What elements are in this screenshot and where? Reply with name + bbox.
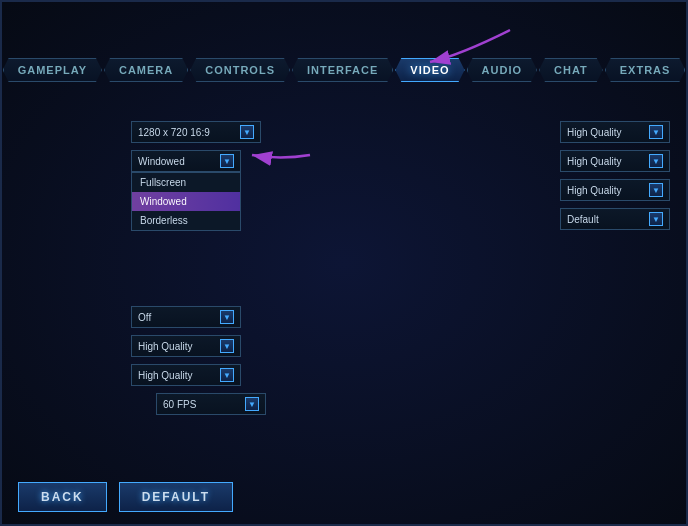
tab-audio[interactable]: AUDIO: [467, 58, 537, 82]
anti-aliasing-value: Off: [138, 312, 151, 323]
render-quality-value: High Quality: [138, 341, 192, 352]
dropdown-item-windowed[interactable]: Windowed: [132, 192, 240, 211]
render-quality-select[interactable]: High Quality ▼: [131, 335, 241, 357]
tab-interface[interactable]: INTERFACE: [292, 58, 393, 82]
resolution-select[interactable]: 1280 x 720 16:9 ▼: [131, 121, 261, 143]
particle-detail-value: High Quality: [567, 185, 621, 196]
world-detail-select[interactable]: High Quality ▼: [560, 150, 670, 172]
display-mode-dropdown-arrow[interactable]: ▼: [220, 154, 234, 168]
fps-select[interactable]: 60 FPS ▼: [156, 393, 266, 415]
tab-video[interactable]: VIDEO: [395, 58, 464, 82]
default-button[interactable]: DEFAULT: [119, 482, 233, 512]
tab-gameplay[interactable]: GAMEPLAY: [3, 58, 102, 82]
dropdown-item-borderless[interactable]: Borderless: [132, 211, 240, 230]
anti-aliasing-arrow[interactable]: ▼: [220, 310, 234, 324]
display-mode-dropdown: Fullscreen Windowed Borderless: [131, 172, 241, 231]
particle-detail-select[interactable]: High Quality ▼: [560, 179, 670, 201]
bottom-bar: BACK DEFAULT: [18, 482, 233, 512]
render-detail-select[interactable]: High Quality ▼: [131, 364, 241, 386]
fps-arrow[interactable]: ▼: [245, 397, 259, 411]
resolution-value: 1280 x 720 16:9: [138, 127, 210, 138]
tab-chat[interactable]: CHAT: [539, 58, 603, 82]
tab-controls[interactable]: CONTROLS: [190, 58, 290, 82]
anti-aliasing-select[interactable]: Off ▼: [131, 306, 241, 328]
texture-detail-value: High Quality: [567, 127, 621, 138]
render-quality-arrow[interactable]: ▼: [220, 339, 234, 353]
effect-intensity-arrow[interactable]: ▼: [649, 212, 663, 226]
particle-detail-arrow[interactable]: ▼: [649, 183, 663, 197]
tab-extras[interactable]: EXTRAS: [605, 58, 686, 82]
display-mode-select[interactable]: Windowed ▼: [131, 150, 241, 172]
texture-detail-arrow[interactable]: ▼: [649, 125, 663, 139]
render-detail-arrow[interactable]: ▼: [220, 368, 234, 382]
display-mode-value: Windowed: [138, 156, 185, 167]
display-mode-wrapper: Windowed ▼ Fullscreen Windowed Borderles…: [131, 150, 241, 172]
tab-camera[interactable]: CAMERA: [104, 58, 188, 82]
world-detail-arrow[interactable]: ▼: [649, 154, 663, 168]
effect-intensity-select[interactable]: Default ▼: [560, 208, 670, 230]
effect-intensity-value: Default: [567, 214, 599, 225]
texture-detail-select[interactable]: High Quality ▼: [560, 121, 670, 143]
tabs-bar: GAMEPLAY CAMERA CONTROLS INTERFACE VIDEO…: [0, 58, 688, 90]
back-button[interactable]: BACK: [18, 482, 107, 512]
dropdown-item-fullscreen[interactable]: Fullscreen: [132, 173, 240, 192]
render-detail-value: High Quality: [138, 370, 192, 381]
world-detail-value: High Quality: [567, 156, 621, 167]
resolution-dropdown-arrow[interactable]: ▼: [240, 125, 254, 139]
fps-value: 60 FPS: [163, 399, 196, 410]
